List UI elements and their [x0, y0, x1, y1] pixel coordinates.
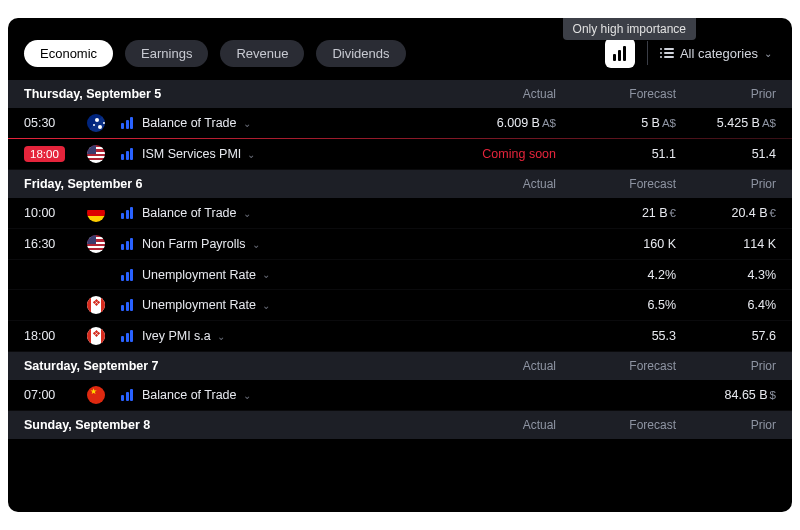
- prior-value: 114 K: [676, 237, 776, 251]
- event-name[interactable]: Balance of Trade ⌄: [142, 388, 436, 402]
- tab-revenue[interactable]: Revenue: [220, 40, 304, 67]
- date-label: Sunday, September 8: [24, 418, 436, 432]
- event-row[interactable]: Unemployment Rate ⌄4.2%4.3%: [8, 260, 792, 290]
- col-header-prior: Prior: [676, 359, 776, 373]
- forecast-value: 4.2%: [556, 268, 676, 282]
- categories-dropdown[interactable]: All categories ⌄: [660, 46, 776, 61]
- prior-value: 5.425 BA$: [676, 116, 776, 130]
- event-name[interactable]: Ivey PMI s.a ⌄: [142, 329, 436, 343]
- prior-value: 51.4: [676, 147, 776, 161]
- flag-icon: [87, 327, 105, 345]
- forecast-value: 6.5%: [556, 298, 676, 312]
- event-name[interactable]: ISM Services PMI ⌄: [142, 147, 436, 161]
- col-header-prior: Prior: [676, 87, 776, 101]
- importance-icon: [112, 238, 142, 250]
- date-header: Friday, September 6ActualForecastPrior: [8, 170, 792, 198]
- economic-calendar-panel: Only high importance Economic Earnings R…: [8, 18, 792, 512]
- forecast-value: 5 BA$: [556, 116, 676, 130]
- list-icon: [660, 48, 674, 58]
- col-header-forecast: Forecast: [556, 418, 676, 432]
- col-header-actual: Actual: [436, 87, 556, 101]
- event-time: 07:00: [24, 388, 80, 402]
- event-time: 05:30: [24, 116, 80, 130]
- event-name[interactable]: Non Farm Payrolls ⌄: [142, 237, 436, 251]
- date-header: Saturday, September 7ActualForecastPrior: [8, 352, 792, 380]
- chevron-down-icon: ⌄: [252, 239, 260, 250]
- col-header-forecast: Forecast: [556, 87, 676, 101]
- event-time: 10:00: [24, 206, 80, 220]
- bars-icon: [613, 46, 626, 61]
- actual-value: 6.009 BA$: [436, 116, 556, 130]
- categories-label: All categories: [680, 46, 758, 61]
- prior-value: 20.4 B€: [676, 206, 776, 220]
- importance-tooltip: Only high importance: [563, 18, 696, 40]
- event-country: [80, 327, 112, 345]
- flag-icon: [87, 204, 105, 222]
- chevron-down-icon: ⌄: [243, 118, 251, 129]
- event-row[interactable]: 10:00Balance of Trade ⌄21 B€20.4 B€: [8, 198, 792, 229]
- importance-icon: [112, 207, 142, 219]
- event-row[interactable]: 07:00Balance of Trade ⌄84.65 B$: [8, 380, 792, 411]
- actual-value: Coming soon: [436, 147, 556, 161]
- chevron-down-icon: ⌄: [764, 48, 772, 59]
- event-country: [80, 145, 112, 163]
- col-header-prior: Prior: [676, 177, 776, 191]
- event-row[interactable]: 18:00ISM Services PMI ⌄Coming soon51.151…: [8, 139, 792, 170]
- importance-icon: [112, 389, 142, 401]
- event-row[interactable]: 05:30Balance of Trade ⌄6.009 BA$5 BA$5.4…: [8, 108, 792, 139]
- event-name[interactable]: Balance of Trade ⌄: [142, 206, 436, 220]
- calendar-list: Thursday, September 5ActualForecastPrior…: [8, 80, 792, 439]
- event-name[interactable]: Unemployment Rate ⌄: [142, 298, 436, 312]
- event-name[interactable]: Balance of Trade ⌄: [142, 116, 436, 130]
- tab-dividends[interactable]: Dividends: [316, 40, 405, 67]
- col-header-actual: Actual: [436, 359, 556, 373]
- event-time: 18:00: [24, 329, 80, 343]
- prior-value: 6.4%: [676, 298, 776, 312]
- chevron-down-icon: ⌄: [262, 300, 270, 311]
- importance-filter-button[interactable]: [605, 38, 635, 68]
- divider: [647, 41, 648, 65]
- importance-icon: [112, 299, 142, 311]
- flag-icon: [87, 296, 105, 314]
- chevron-down-icon: ⌄: [243, 208, 251, 219]
- event-row[interactable]: 16:30Non Farm Payrolls ⌄160 K114 K: [8, 229, 792, 260]
- col-header-actual: Actual: [436, 418, 556, 432]
- chevron-down-icon: ⌄: [247, 149, 255, 160]
- importance-icon: [112, 117, 142, 129]
- forecast-value: 51.1: [556, 147, 676, 161]
- flag-icon: [87, 145, 105, 163]
- event-name[interactable]: Unemployment Rate ⌄: [142, 268, 436, 282]
- event-country: [80, 386, 112, 404]
- forecast-value: 21 B€: [556, 206, 676, 220]
- event-row[interactable]: Unemployment Rate ⌄6.5%6.4%: [8, 290, 792, 321]
- chevron-down-icon: ⌄: [243, 390, 251, 401]
- date-header: Sunday, September 8ActualForecastPrior: [8, 411, 792, 439]
- date-label: Saturday, September 7: [24, 359, 436, 373]
- event-country: [80, 296, 112, 314]
- forecast-value: 160 K: [556, 237, 676, 251]
- importance-icon: [112, 330, 142, 342]
- event-row[interactable]: 18:00Ivey PMI s.a ⌄55.357.6: [8, 321, 792, 352]
- tab-economic[interactable]: Economic: [24, 40, 113, 67]
- chevron-down-icon: ⌄: [217, 331, 225, 342]
- importance-icon: [112, 148, 142, 160]
- date-header: Thursday, September 5ActualForecastPrior: [8, 80, 792, 108]
- forecast-value: 55.3: [556, 329, 676, 343]
- col-header-actual: Actual: [436, 177, 556, 191]
- flag-icon: [87, 386, 105, 404]
- event-time: 16:30: [24, 237, 80, 251]
- prior-value: 57.6: [676, 329, 776, 343]
- chevron-down-icon: ⌄: [262, 269, 270, 280]
- prior-value: 84.65 B$: [676, 388, 776, 402]
- event-country: [80, 204, 112, 222]
- col-header-forecast: Forecast: [556, 359, 676, 373]
- tab-earnings[interactable]: Earnings: [125, 40, 208, 67]
- date-label: Thursday, September 5: [24, 87, 436, 101]
- prior-value: 4.3%: [676, 268, 776, 282]
- date-label: Friday, September 6: [24, 177, 436, 191]
- event-country: [80, 114, 112, 132]
- col-header-forecast: Forecast: [556, 177, 676, 191]
- col-header-prior: Prior: [676, 418, 776, 432]
- flag-icon: [87, 235, 105, 253]
- event-country: [80, 235, 112, 253]
